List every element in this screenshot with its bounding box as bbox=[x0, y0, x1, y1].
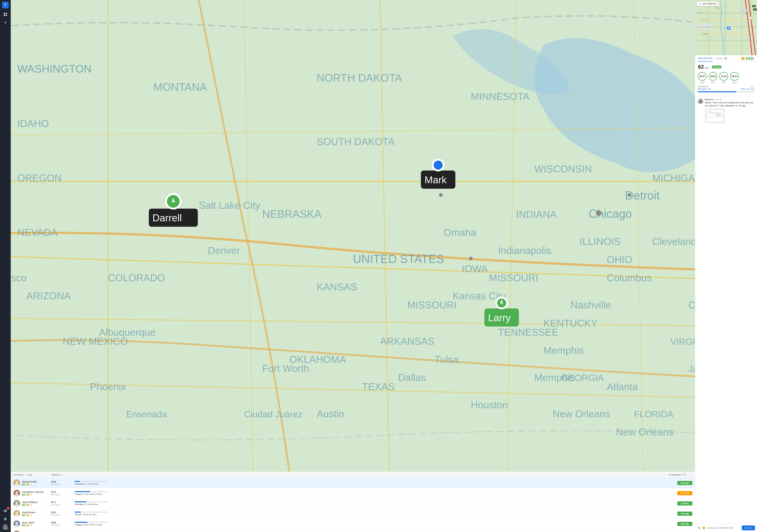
driver-status-badge: On Duty bbox=[677, 491, 692, 495]
send-arrow-icon: ➤ bbox=[750, 527, 752, 529]
svg-text:282: 282 bbox=[753, 6, 755, 7]
driver-avatar bbox=[14, 480, 20, 486]
load-info: 4511 04/01/2022 bbox=[51, 491, 73, 496]
sidebar-item-navigation[interactable] bbox=[2, 19, 9, 26]
svg-text:Denver: Denver bbox=[208, 245, 240, 256]
time-badge: 🕐 10:17 AM CST bbox=[697, 2, 719, 6]
svg-point-96 bbox=[15, 491, 18, 494]
svg-text:TENNESSEE: TENNESSEE bbox=[498, 327, 559, 338]
driver-status-badge: Driving bbox=[677, 522, 692, 526]
signal-bars-icon: ▌▌▌ bbox=[22, 504, 26, 506]
svg-text:Hodgkins: Hodgkins bbox=[702, 33, 708, 35]
driver-stats-panel: Michael Smith Loads 12 📶 ▌▌▌▌▌ 62 mph Dr… bbox=[695, 55, 757, 97]
message-badge: 1 bbox=[7, 507, 9, 510]
delivery-column-header: Delivery i bbox=[51, 473, 666, 476]
user-avatar-button[interactable] bbox=[2, 524, 9, 530]
chat-panel: Michael S. 11:45 PM Daniel - here is the… bbox=[695, 97, 757, 532]
speed-display: 62 mph bbox=[698, 64, 709, 70]
map-container[interactable]: WASHINGTON MONTANA NORTH DAKOTA SOUTH DA… bbox=[11, 0, 695, 472]
svg-rect-103 bbox=[14, 531, 20, 532]
hos-timers: 06:47 Break 09:45 Drive 12:26 Shift bbox=[698, 72, 754, 83]
chat-messages[interactable]: Michael S. 11:45 PM Daniel - here is the… bbox=[695, 97, 757, 524]
wifi-icon: 📶 bbox=[27, 514, 29, 516]
load-column-header: Load bbox=[27, 474, 49, 476]
svg-text:Darrell: Darrell bbox=[152, 212, 182, 224]
attachment-icon[interactable]: 📎 bbox=[697, 526, 701, 530]
driver-stats-content: 62 mph Driving 06:47 Break 09:45 bbox=[695, 62, 757, 96]
driver-row[interactable]: James Jones ▌▌▌ 📶 05 4572 01/01/2022 Dal… bbox=[11, 529, 695, 532]
status-filter[interactable]: All Statuses ▾ ⇅ bbox=[669, 473, 692, 476]
tab-driver-name[interactable]: Michael Smith bbox=[698, 55, 712, 62]
driver-id: 08 bbox=[30, 504, 32, 506]
driver-row[interactable]: Jason Williams ▌▌▌ 📶 08 4517 06/01/2022 … bbox=[11, 498, 695, 509]
svg-text:Jacksonville: Jacksonville bbox=[688, 364, 695, 374]
route-progress-bar bbox=[698, 91, 754, 92]
svg-text:ILLINOIS: ILLINOIS bbox=[580, 236, 621, 247]
sort-icon[interactable]: ⇅ bbox=[684, 473, 686, 476]
chat-input-field[interactable] bbox=[707, 527, 741, 529]
svg-text:KANSAS: KANSAS bbox=[317, 281, 357, 293]
delivery-text: Calgary, CA in 10 hrs 5 mins bbox=[75, 523, 675, 526]
emoji-icon[interactable]: 🙂 bbox=[702, 526, 706, 529]
tab-loads[interactable]: Loads 12 bbox=[716, 55, 728, 62]
load-date: 08/01/2022 bbox=[51, 514, 73, 516]
svg-text:282A: 282A bbox=[753, 9, 757, 11]
svg-point-100 bbox=[15, 512, 18, 514]
driver-id: 12 bbox=[30, 484, 32, 485]
driver-name: James Jones bbox=[22, 531, 49, 532]
chat-message-item: Michael S. 11:45 PM Daniel - here is the… bbox=[698, 99, 754, 123]
svg-text:Cleveland: Cleveland bbox=[652, 236, 695, 247]
svg-text:Albuquerque: Albuquerque bbox=[99, 327, 156, 338]
load-date: 06/01/2022 bbox=[51, 504, 73, 506]
svg-text:Memphis: Memphis bbox=[534, 372, 575, 383]
load-number: 4511 bbox=[51, 491, 73, 493]
send-button[interactable]: Send ➤ bbox=[742, 525, 755, 530]
driver-name: Michael Smith bbox=[22, 481, 49, 483]
driver-name: Christopher Johnson bbox=[22, 491, 49, 493]
assets-filter[interactable]: All Assets ▾ bbox=[14, 474, 24, 476]
driver-row[interactable]: David Brown ▌▌▌ 📶 10 4502 08/01/2022 Den… bbox=[11, 509, 695, 519]
delivery-progress-bar bbox=[75, 522, 108, 523]
user-online-indicator bbox=[7, 529, 9, 530]
svg-rect-1 bbox=[6, 13, 7, 14]
driver-row[interactable]: Brian Taylor ▌▌▌ 📶 22 4568 12/01/2022 Ca… bbox=[11, 519, 695, 529]
driver-signal: ▌▌▌ 📶 22 bbox=[22, 524, 49, 526]
speed-status-row: 62 mph Driving bbox=[698, 64, 754, 70]
svg-text:NEBRASKA: NEBRASKA bbox=[262, 208, 321, 220]
load-number: 4509 bbox=[51, 481, 73, 483]
delivery-progress-fill bbox=[75, 522, 87, 523]
bell-icon-button[interactable] bbox=[2, 516, 9, 522]
app-logo[interactable]: T bbox=[2, 2, 9, 8]
driver-avatar bbox=[14, 520, 20, 527]
svg-text:Sam's Club #6384: Sam's Club #6384 bbox=[699, 26, 712, 28]
cycle-timer-circle: 56:34 bbox=[730, 72, 739, 81]
sidebar-item-grid[interactable] bbox=[2, 11, 9, 18]
delivery-progress-fill bbox=[75, 501, 86, 502]
driver-list: All Assets ▾ Load Delivery i All Statuse… bbox=[11, 472, 695, 532]
svg-text:Columbus: Columbus bbox=[607, 272, 651, 283]
driver-tabs: Michael Smith Loads 12 📶 ▌▌▌▌▌ bbox=[695, 55, 757, 62]
driver-list-header: All Assets ▾ Load Delivery i All Statuse… bbox=[11, 472, 695, 478]
delivery-info-icon[interactable]: i bbox=[60, 473, 63, 476]
svg-text:ARIZONA: ARIZONA bbox=[26, 290, 71, 301]
signal-bars-icon: ▌▌▌ bbox=[22, 484, 26, 485]
driver-info: James Jones ▌▌▌ 📶 05 bbox=[22, 531, 49, 532]
delivery-text: Denver, CO in 45 mins bbox=[75, 513, 675, 516]
svg-text:Salt Lake City: Salt Lake City bbox=[198, 200, 260, 211]
chat-image-attachment: COAST FARGO RECEIVED BY bbox=[705, 108, 725, 123]
driver-info: Brian Taylor ▌▌▌ 📶 22 bbox=[22, 521, 49, 526]
load-info: 4502 08/01/2022 bbox=[51, 511, 73, 516]
driver-status-badge: Driving bbox=[677, 512, 692, 516]
svg-text:FLORIDA: FLORIDA bbox=[634, 409, 674, 419]
svg-rect-0 bbox=[4, 13, 5, 14]
svg-text:MONTANA: MONTANA bbox=[153, 81, 207, 93]
destination-row: Destination: Memphis, TN ETA: 75mi | 2h … bbox=[698, 85, 754, 90]
svg-text:VIRGINIA: VIRGINIA bbox=[670, 336, 695, 347]
clock-icon: 🕐 bbox=[699, 3, 702, 5]
route-progress-fill bbox=[698, 91, 736, 92]
chat-time: 11:45 PM bbox=[714, 99, 722, 101]
svg-rect-3 bbox=[6, 15, 7, 16]
signal-bars-icon: ▌▌▌ bbox=[22, 514, 26, 516]
driver-row[interactable]: Christopher Johnson ▌▌▌ 📶 01 4511 04/01/… bbox=[11, 488, 695, 498]
driver-row[interactable]: Michael Smith ▌▌▌ 📶 12 4509 04/01/2022 K… bbox=[11, 478, 695, 488]
